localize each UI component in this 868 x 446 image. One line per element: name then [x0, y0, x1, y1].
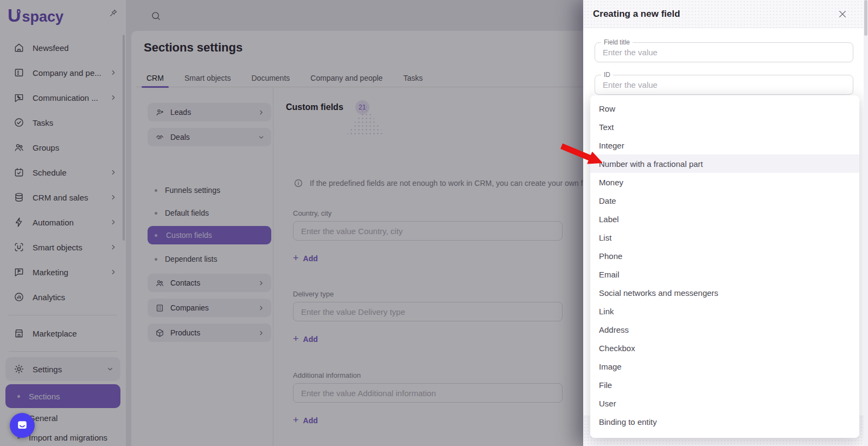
dropdown-option[interactable]: Image: [590, 357, 859, 376]
field-id-input[interactable]: [595, 75, 853, 94]
scrollbar-thumb[interactable]: [864, 0, 867, 36]
dropdown-option[interactable]: Email: [590, 265, 859, 283]
drawer-scrollbar[interactable]: [864, 0, 868, 446]
drawer-header: Creating a new field: [583, 0, 868, 28]
field-type-dropdown: RowTextIntegerNumber with a fractional p…: [590, 95, 859, 438]
dropdown-option[interactable]: Text: [590, 118, 859, 136]
dropdown-option[interactable]: Social networks and messengers: [590, 283, 859, 302]
field-id-group: ID: [595, 75, 853, 95]
chat-launcher-button[interactable]: [10, 413, 35, 438]
dropdown-option[interactable]: Money: [590, 173, 859, 191]
dropdown-option[interactable]: File: [590, 376, 859, 394]
dropdown-option[interactable]: Binding to entity: [590, 412, 859, 431]
dropdown-option[interactable]: Label: [590, 210, 859, 228]
dropdown-option[interactable]: List: [590, 228, 859, 247]
app-root: U spacy Newsfeed Company and pe... Commu…: [0, 0, 868, 446]
dropdown-option[interactable]: User: [590, 394, 859, 412]
dropdown-option[interactable]: Link: [590, 302, 859, 320]
dropdown-option[interactable]: Integer: [590, 136, 859, 154]
close-icon[interactable]: [837, 8, 848, 20]
dropdown-option[interactable]: Address: [590, 320, 859, 339]
chat-icon: [16, 419, 28, 431]
field-title-group: Field title: [595, 42, 853, 62]
creating-new-field-drawer: Creating a new field Field title ID RowT…: [583, 0, 868, 446]
dropdown-option[interactable]: Row: [590, 99, 859, 118]
dropdown-option[interactable]: Phone: [590, 247, 859, 265]
dropdown-option[interactable]: Number with a fractional part: [590, 154, 859, 173]
dropdown-option[interactable]: Date: [590, 191, 859, 210]
dropdown-option[interactable]: Checkbox: [590, 339, 859, 357]
field-title-input[interactable]: [595, 43, 853, 62]
drawer-title: Creating a new field: [593, 9, 680, 20]
